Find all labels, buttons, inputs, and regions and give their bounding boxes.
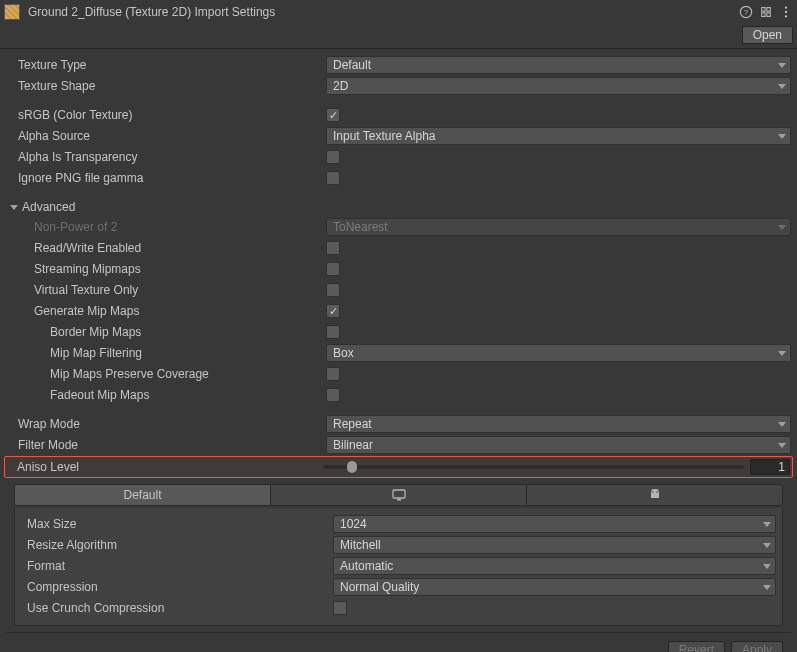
- max-size-label: Max Size: [21, 517, 333, 531]
- virtual-texture-label: Virtual Texture Only: [6, 283, 326, 297]
- fadeout-mipmaps-checkbox[interactable]: [326, 388, 340, 402]
- wrap-mode-value: Repeat: [333, 417, 372, 431]
- preset-icon[interactable]: [759, 5, 773, 19]
- apply-button[interactable]: Apply: [731, 641, 783, 652]
- readwrite-checkbox[interactable]: [326, 241, 340, 255]
- texture-type-label: Texture Type: [6, 58, 326, 72]
- format-label: Format: [21, 559, 333, 573]
- advanced-foldout[interactable]: Advanced: [6, 197, 791, 217]
- inspector-header: Ground 2_Diffuse (Texture 2D) Import Set…: [0, 0, 797, 24]
- chevron-down-icon: [778, 443, 786, 448]
- srgb-checkbox[interactable]: [326, 108, 340, 122]
- npot-dropdown: ToNearest: [326, 218, 791, 236]
- aniso-level-field[interactable]: [750, 459, 790, 475]
- aniso-level-label: Aniso Level: [7, 460, 323, 474]
- ignore-png-gamma-label: Ignore PNG file gamma: [6, 171, 326, 185]
- npot-label: Non-Power of 2: [6, 220, 326, 234]
- virtual-texture-checkbox[interactable]: [326, 283, 340, 297]
- preserve-coverage-checkbox[interactable]: [326, 367, 340, 381]
- streaming-mipmaps-checkbox[interactable]: [326, 262, 340, 276]
- svg-point-8: [656, 491, 658, 493]
- mipmap-filtering-dropdown[interactable]: Box: [326, 344, 791, 362]
- wrap-mode-label: Wrap Mode: [6, 417, 326, 431]
- chevron-down-icon: [778, 225, 786, 230]
- alpha-transparency-checkbox[interactable]: [326, 150, 340, 164]
- border-mipmaps-checkbox[interactable]: [326, 325, 340, 339]
- tab-standalone[interactable]: [271, 485, 527, 505]
- texture-shape-label: Texture Shape: [6, 79, 326, 93]
- srgb-label: sRGB (Color Texture): [6, 108, 326, 122]
- compression-value: Normal Quality: [340, 580, 419, 594]
- texture-shape-value: 2D: [333, 79, 348, 93]
- chevron-down-icon: [763, 522, 771, 527]
- preserve-coverage-label: Mip Maps Preserve Coverage: [6, 367, 326, 381]
- open-button[interactable]: Open: [742, 26, 793, 44]
- texture-type-dropdown[interactable]: Default: [326, 56, 791, 74]
- chevron-down-icon: [778, 422, 786, 427]
- texture-type-value: Default: [333, 58, 371, 72]
- border-mipmaps-label: Border Mip Maps: [6, 325, 326, 339]
- resize-algorithm-value: Mitchell: [340, 538, 381, 552]
- chevron-down-icon: [778, 134, 786, 139]
- svg-point-7: [652, 491, 654, 493]
- tab-default[interactable]: Default: [15, 485, 271, 505]
- npot-value: ToNearest: [333, 220, 388, 234]
- wrap-mode-dropdown[interactable]: Repeat: [326, 415, 791, 433]
- fadeout-mipmaps-label: Fadeout Mip Maps: [6, 388, 326, 402]
- slider-thumb[interactable]: [347, 461, 357, 473]
- revert-button[interactable]: Revert: [668, 641, 725, 652]
- alpha-transparency-label: Alpha Is Transparency: [6, 150, 326, 164]
- aniso-level-row: Aniso Level: [4, 456, 793, 478]
- foldout-arrow-icon: [10, 205, 18, 210]
- filter-mode-dropdown[interactable]: Bilinear: [326, 436, 791, 454]
- texture-shape-dropdown[interactable]: 2D: [326, 77, 791, 95]
- aniso-level-slider[interactable]: [323, 465, 744, 469]
- chevron-down-icon: [763, 543, 771, 548]
- chevron-down-icon: [778, 84, 786, 89]
- svg-text:?: ?: [744, 8, 749, 17]
- max-size-dropdown[interactable]: 1024: [333, 515, 776, 533]
- platform-panel: Max Size 1024 Resize Algorithm Mitchell …: [14, 508, 783, 626]
- alpha-source-value: Input Texture Alpha: [333, 129, 436, 143]
- mipmap-filtering-value: Box: [333, 346, 354, 360]
- alpha-source-label: Alpha Source: [6, 129, 326, 143]
- advanced-label: Advanced: [22, 200, 75, 214]
- resize-algorithm-dropdown[interactable]: Mitchell: [333, 536, 776, 554]
- svg-point-2: [785, 6, 787, 8]
- format-dropdown[interactable]: Automatic: [333, 557, 776, 575]
- monitor-icon: [391, 487, 407, 503]
- filter-mode-value: Bilinear: [333, 438, 373, 452]
- android-icon: [647, 487, 663, 503]
- compression-label: Compression: [21, 580, 333, 594]
- svg-point-4: [785, 15, 787, 17]
- footer: Revert Apply: [6, 632, 791, 652]
- filter-mode-label: Filter Mode: [6, 438, 326, 452]
- chevron-down-icon: [778, 351, 786, 356]
- tab-default-label: Default: [123, 488, 161, 502]
- inspector-title: Ground 2_Diffuse (Texture 2D) Import Set…: [28, 5, 739, 19]
- alpha-source-dropdown[interactable]: Input Texture Alpha: [326, 127, 791, 145]
- chevron-down-icon: [778, 63, 786, 68]
- readwrite-label: Read/Write Enabled: [6, 241, 326, 255]
- ignore-png-gamma-checkbox[interactable]: [326, 171, 340, 185]
- max-size-value: 1024: [340, 517, 367, 531]
- svg-rect-6: [397, 499, 401, 501]
- crunch-checkbox[interactable]: [333, 601, 347, 615]
- compression-dropdown[interactable]: Normal Quality: [333, 578, 776, 596]
- platform-tabs: Default: [14, 484, 783, 506]
- help-icon[interactable]: ?: [739, 5, 753, 19]
- texture-thumbnail: [4, 4, 20, 20]
- tab-android[interactable]: [527, 485, 782, 505]
- chevron-down-icon: [763, 564, 771, 569]
- format-value: Automatic: [340, 559, 393, 573]
- menu-icon[interactable]: [779, 5, 793, 19]
- resize-algorithm-label: Resize Algorithm: [21, 538, 333, 552]
- streaming-mipmaps-label: Streaming Mipmaps: [6, 262, 326, 276]
- generate-mipmaps-checkbox[interactable]: [326, 304, 340, 318]
- open-row: Open: [0, 24, 797, 49]
- svg-rect-5: [393, 490, 405, 498]
- chevron-down-icon: [763, 585, 771, 590]
- svg-point-3: [785, 11, 787, 13]
- generate-mipmaps-label: Generate Mip Maps: [6, 304, 326, 318]
- mipmap-filtering-label: Mip Map Filtering: [6, 346, 326, 360]
